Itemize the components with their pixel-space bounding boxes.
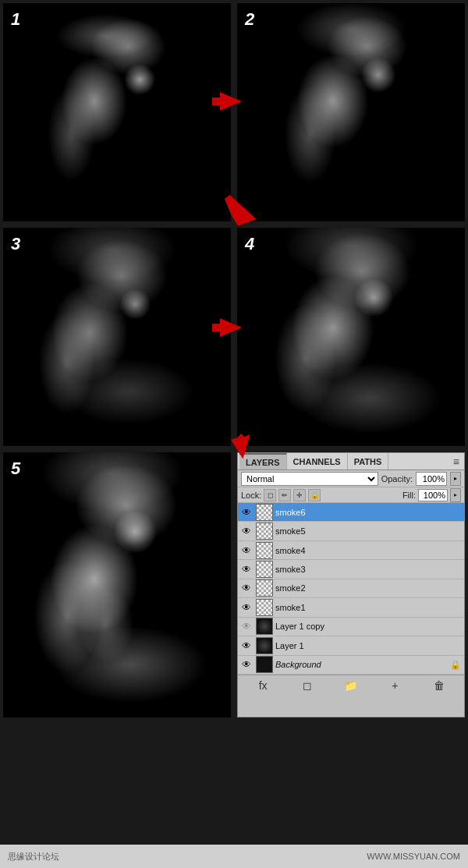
thumb-layer1: [256, 637, 273, 654]
eye-icon-smoke1[interactable]: 👁: [239, 601, 254, 615]
layer-name-smoke3: smoke3: [275, 565, 463, 574]
layers-menu-button[interactable]: ≡: [450, 455, 463, 468]
panel-number-3: 3: [11, 234, 20, 254]
thumb-background: [256, 656, 273, 673]
smoke-panel-3: 3: [3, 228, 231, 446]
layer-name-smoke1: smoke1: [275, 603, 463, 612]
layer-item-smoke1[interactable]: 👁 smoke1: [238, 598, 464, 617]
layers-bottom-bar: fx ◻ 📁 + 🗑: [238, 675, 464, 695]
fill-label: Fill:: [402, 491, 416, 500]
smoke-panel-2: 2: [237, 3, 465, 221]
layer-name-layer1: Layer 1: [275, 641, 463, 650]
layers-tabs: LAYERS CHANNELS PATHS ≡: [238, 453, 464, 470]
smoke-panel-4: 4: [237, 228, 465, 446]
layer-item-layer1[interactable]: 👁 Layer 1: [238, 636, 464, 655]
thumb-smoke3: [256, 561, 273, 578]
new-group-button[interactable]: 📁: [342, 678, 360, 693]
eye-icon-background[interactable]: 👁: [239, 657, 254, 671]
new-layer-button[interactable]: +: [386, 678, 403, 693]
panel-number-1: 1: [11, 9, 20, 30]
layer-name-smoke5: smoke5: [275, 526, 463, 536]
thumb-smoke5: [256, 523, 273, 540]
thumb-smoke2: [256, 579, 273, 597]
layer-item-layer1copy[interactable]: 👁 Layer 1 copy: [238, 618, 464, 636]
smoke-panel-5: 5: [3, 452, 231, 717]
layer-name-background: Background: [275, 660, 450, 669]
eye-icon-smoke6[interactable]: 👁: [239, 505, 254, 519]
add-mask-button[interactable]: ◻: [299, 678, 316, 693]
layers-list: 👁 smoke6 👁 smoke5 👁 smoke4: [238, 503, 464, 675]
lock-pixels-btn[interactable]: ✏: [278, 489, 291, 501]
smoke-face-2: [237, 3, 465, 221]
opacity-label: Opacity:: [381, 474, 413, 484]
tab-channels[interactable]: CHANNELS: [287, 453, 348, 469]
smoke-panel-1: 1: [3, 3, 231, 221]
lock-label: Lock:: [241, 491, 261, 500]
layer-item-smoke3[interactable]: 👁 smoke3: [238, 560, 464, 579]
layer-item-smoke5[interactable]: 👁 smoke5: [238, 522, 464, 540]
thumb-smoke4: [256, 542, 273, 559]
smoke-face-1: [3, 3, 231, 221]
middle-row: 3 4: [0, 228, 468, 446]
main-container: 1 2 3 4 5 LAYERS CHANNELS PATHS: [0, 0, 468, 868]
add-style-button[interactable]: fx: [254, 678, 271, 693]
eye-icon-smoke3[interactable]: 👁: [239, 562, 254, 576]
layers-controls: Normal Multiply Screen Opacity: ▸: [238, 470, 464, 487]
watermark-left: 思缘设计论坛: [8, 851, 59, 863]
smoke-face-3: [3, 228, 231, 446]
opacity-input[interactable]: [416, 472, 447, 486]
eye-icon-layer1copy[interactable]: 👁: [239, 619, 254, 633]
eye-icon-smoke2[interactable]: 👁: [239, 581, 254, 595]
eye-icon-smoke4[interactable]: 👁: [239, 544, 254, 558]
lock-transparent-btn[interactable]: ◻: [264, 489, 276, 501]
fill-arrow[interactable]: ▸: [450, 488, 461, 502]
panel-number-2: 2: [245, 9, 254, 30]
panel-number-4: 4: [245, 234, 254, 254]
layer-item-smoke2[interactable]: 👁 smoke2: [238, 579, 464, 598]
layer-item-background[interactable]: 👁 Background 🔒: [238, 656, 464, 675]
opacity-arrow[interactable]: ▸: [450, 472, 461, 486]
top-row: 1 2: [0, 0, 468, 221]
smoke-face-5: [3, 452, 231, 717]
eye-icon-layer1[interactable]: 👁: [239, 639, 254, 653]
watermark-bar: 思缘设计论坛 WWW.MISSYUAN.COM: [0, 845, 468, 868]
thumb-layer1copy: [256, 618, 273, 635]
tab-paths[interactable]: PATHS: [348, 453, 389, 469]
layer-name-smoke2: smoke2: [275, 583, 463, 593]
tab-layers[interactable]: LAYERS: [239, 453, 287, 469]
delete-layer-button[interactable]: 🗑: [431, 678, 448, 693]
eye-icon-smoke5[interactable]: 👁: [239, 524, 254, 538]
lock-position-btn[interactable]: ✛: [293, 489, 306, 501]
bottom-row: 5 LAYERS CHANNELS PATHS ≡ Normal Multipl…: [0, 452, 468, 717]
thumb-smoke6: [256, 504, 273, 521]
layer-item-smoke4[interactable]: 👁 smoke4: [238, 541, 464, 560]
layer-name-layer1copy: Layer 1 copy: [275, 622, 463, 631]
layer-name-smoke6: smoke6: [275, 508, 463, 517]
thumb-smoke1: [256, 599, 273, 616]
layers-panel: LAYERS CHANNELS PATHS ≡ Normal Multiply …: [237, 452, 465, 717]
watermark-right: WWW.MISSYUAN.COM: [367, 852, 460, 861]
layer-item-smoke6[interactable]: 👁 smoke6: [238, 503, 464, 522]
lock-row: Lock: ◻ ✏ ✛ 🔒 Fill: ▸: [238, 487, 464, 503]
lock-all-btn[interactable]: 🔒: [308, 489, 321, 501]
smoke-face-4: [237, 228, 465, 446]
blend-mode-select[interactable]: Normal Multiply Screen: [241, 472, 378, 486]
fill-input[interactable]: [418, 489, 448, 501]
layer-name-smoke4: smoke4: [275, 546, 463, 555]
panel-number-5: 5: [11, 459, 20, 479]
